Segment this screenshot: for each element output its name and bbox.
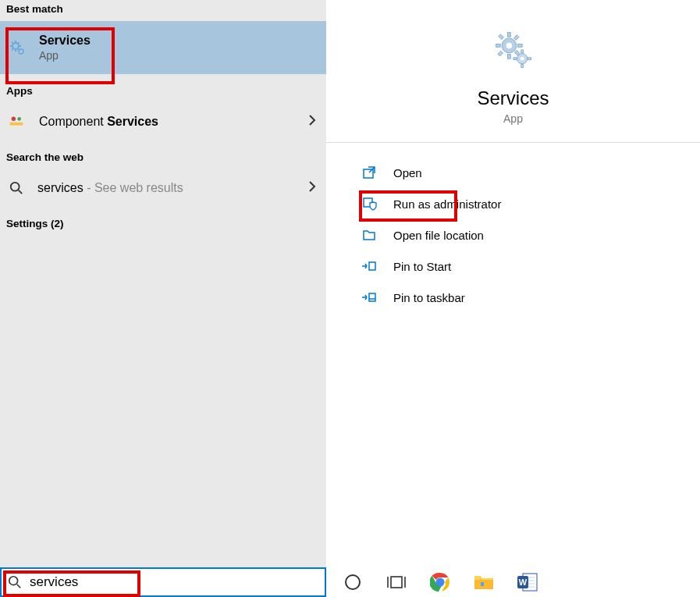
svg-rect-31 bbox=[391, 577, 402, 588]
result-subtitle: App bbox=[39, 49, 91, 62]
result-web-search[interactable]: services - See web results bbox=[0, 169, 326, 207]
action-label: Open file location bbox=[393, 229, 484, 242]
result-component-services[interactable]: Component Services bbox=[0, 103, 326, 140]
action-label: Open bbox=[393, 166, 422, 179]
header-web: Search the web bbox=[0, 140, 326, 169]
svg-rect-19 bbox=[521, 65, 523, 68]
result-label: Component Services bbox=[39, 115, 158, 129]
search-value: services bbox=[30, 574, 78, 590]
action-label: Run as administrator bbox=[393, 197, 501, 211]
chevron-right-icon bbox=[307, 115, 317, 129]
pin-taskbar-icon bbox=[361, 289, 378, 306]
header-settings: Settings (2) bbox=[0, 207, 326, 236]
action-open[interactable]: Open bbox=[361, 157, 700, 188]
search-results-panel: Best match Services App Apps Component S… bbox=[0, 0, 326, 567]
header-best-match: Best match bbox=[0, 0, 326, 21]
search-icon bbox=[8, 575, 22, 589]
taskbar: services W bbox=[0, 567, 700, 597]
open-icon bbox=[361, 164, 378, 181]
result-services-app[interactable]: Services App bbox=[0, 21, 326, 74]
svg-rect-8 bbox=[507, 33, 510, 37]
svg-point-30 bbox=[346, 575, 360, 589]
svg-rect-2 bbox=[10, 123, 23, 126]
admin-shield-icon bbox=[361, 195, 378, 212]
svg-point-5 bbox=[11, 183, 20, 191]
svg-rect-18 bbox=[521, 50, 523, 53]
svg-rect-9 bbox=[507, 55, 510, 59]
result-label: services - See web results bbox=[37, 181, 183, 195]
svg-point-16 bbox=[506, 43, 511, 48]
chrome-icon[interactable] bbox=[429, 571, 451, 593]
svg-text:W: W bbox=[519, 577, 528, 587]
detail-title: Services bbox=[477, 87, 549, 109]
svg-rect-12 bbox=[498, 34, 503, 40]
search-input[interactable]: services bbox=[0, 567, 326, 597]
svg-line-6 bbox=[19, 190, 23, 194]
word-icon[interactable]: W bbox=[517, 571, 538, 593]
svg-rect-10 bbox=[496, 44, 500, 48]
search-icon bbox=[9, 181, 23, 195]
actions-list: Open Run as administrator Open file loca… bbox=[326, 143, 700, 313]
detail-subtitle: App bbox=[503, 112, 523, 125]
detail-panel: Services App Open Run as administrator bbox=[326, 0, 700, 567]
services-gear-large-icon bbox=[492, 28, 535, 72]
svg-rect-38 bbox=[481, 582, 484, 586]
svg-rect-15 bbox=[513, 35, 519, 41]
svg-rect-11 bbox=[517, 44, 522, 48]
action-pin-taskbar[interactable]: Pin to taskbar bbox=[361, 282, 700, 313]
svg-rect-25 bbox=[369, 262, 375, 270]
svg-point-22 bbox=[520, 57, 524, 61]
action-open-location[interactable]: Open file location bbox=[361, 219, 700, 251]
action-label: Pin to Start bbox=[393, 260, 451, 273]
action-pin-start[interactable]: Pin to Start bbox=[361, 251, 700, 282]
svg-line-29 bbox=[17, 585, 21, 588]
file-explorer-icon[interactable] bbox=[473, 571, 495, 593]
task-view-icon[interactable] bbox=[386, 571, 407, 593]
pin-start-icon bbox=[361, 258, 378, 275]
svg-point-4 bbox=[17, 117, 21, 121]
svg-rect-20 bbox=[513, 58, 517, 60]
header-apps: Apps bbox=[0, 74, 326, 103]
svg-rect-21 bbox=[528, 58, 531, 60]
svg-point-3 bbox=[12, 117, 16, 122]
action-label: Pin to taskbar bbox=[393, 291, 465, 304]
svg-rect-14 bbox=[497, 51, 503, 56]
result-title: Services bbox=[39, 34, 91, 48]
cortana-icon[interactable] bbox=[342, 571, 364, 593]
folder-icon bbox=[361, 226, 378, 243]
svg-rect-26 bbox=[369, 293, 375, 301]
action-run-admin[interactable]: Run as administrator bbox=[361, 188, 700, 219]
svg-point-1 bbox=[19, 49, 23, 54]
component-services-icon bbox=[8, 113, 25, 130]
svg-point-0 bbox=[12, 43, 19, 49]
svg-point-28 bbox=[9, 577, 18, 585]
services-gear-icon bbox=[8, 38, 27, 57]
chevron-right-icon bbox=[307, 181, 317, 195]
